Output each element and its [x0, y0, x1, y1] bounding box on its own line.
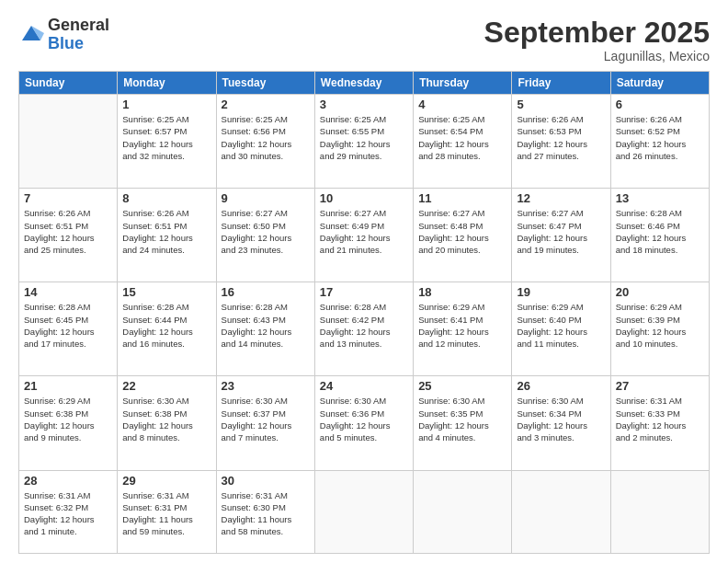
calendar-cell	[512, 470, 610, 554]
calendar-cell: 1Sunrise: 6:25 AM Sunset: 6:57 PM Daylig…	[118, 95, 216, 189]
calendar-cell: 13Sunrise: 6:28 AM Sunset: 6:46 PM Dayli…	[610, 189, 709, 282]
day-number: 23	[222, 379, 310, 393]
day-number: 1	[122, 98, 210, 111]
day-info: Sunrise: 6:25 AM Sunset: 6:54 PM Dayligh…	[418, 113, 506, 162]
calendar-cell: 25Sunrise: 6:30 AM Sunset: 6:35 PM Dayli…	[414, 376, 512, 470]
calendar-cell: 18Sunrise: 6:29 AM Sunset: 6:41 PM Dayli…	[414, 282, 512, 376]
logo-blue-text: Blue	[48, 35, 109, 53]
calendar-cell	[19, 95, 118, 189]
day-number: 17	[320, 285, 408, 299]
title-block: September 2025 Lagunillas, Mexico	[484, 17, 710, 63]
day-number: 24	[320, 379, 408, 393]
logo-icon	[18, 20, 44, 46]
calendar-cell: 3Sunrise: 6:25 AM Sunset: 6:55 PM Daylig…	[314, 95, 413, 189]
calendar-cell: 22Sunrise: 6:30 AM Sunset: 6:38 PM Dayli…	[118, 376, 216, 470]
day-info: Sunrise: 6:30 AM Sunset: 6:38 PM Dayligh…	[122, 395, 210, 443]
calendar-cell: 11Sunrise: 6:27 AM Sunset: 6:48 PM Dayli…	[414, 189, 512, 282]
day-info: Sunrise: 6:31 AM Sunset: 6:30 PM Dayligh…	[222, 489, 310, 538]
calendar-week-row: 28Sunrise: 6:31 AM Sunset: 6:32 PM Dayli…	[19, 470, 710, 554]
day-number: 27	[616, 379, 704, 393]
day-info: Sunrise: 6:30 AM Sunset: 6:34 PM Dayligh…	[517, 395, 605, 443]
day-number: 11	[418, 191, 506, 205]
calendar: SundayMondayTuesdayWednesdayThursdayFrid…	[18, 71, 710, 554]
calendar-cell: 30Sunrise: 6:31 AM Sunset: 6:30 PM Dayli…	[216, 470, 314, 554]
calendar-cell: 8Sunrise: 6:26 AM Sunset: 6:51 PM Daylig…	[118, 189, 216, 282]
weekday-header-row: SundayMondayTuesdayWednesdayThursdayFrid…	[19, 72, 710, 95]
calendar-cell: 12Sunrise: 6:27 AM Sunset: 6:47 PM Dayli…	[512, 189, 610, 282]
calendar-cell: 5Sunrise: 6:26 AM Sunset: 6:53 PM Daylig…	[512, 95, 610, 189]
day-info: Sunrise: 6:28 AM Sunset: 6:45 PM Dayligh…	[24, 301, 112, 350]
calendar-cell: 2Sunrise: 6:25 AM Sunset: 6:56 PM Daylig…	[216, 95, 314, 189]
day-number: 25	[418, 379, 506, 393]
page: General Blue September 2025 Lagunillas, …	[0, 0, 728, 563]
calendar-cell: 27Sunrise: 6:31 AM Sunset: 6:33 PM Dayli…	[610, 376, 709, 470]
calendar-cell: 24Sunrise: 6:30 AM Sunset: 6:36 PM Dayli…	[314, 376, 413, 470]
weekday-header-wednesday: Wednesday	[314, 72, 413, 95]
day-number: 4	[418, 98, 506, 111]
calendar-week-row: 7Sunrise: 6:26 AM Sunset: 6:51 PM Daylig…	[19, 189, 710, 282]
day-info: Sunrise: 6:28 AM Sunset: 6:42 PM Dayligh…	[320, 301, 408, 350]
calendar-cell: 23Sunrise: 6:30 AM Sunset: 6:37 PM Dayli…	[216, 376, 314, 470]
day-number: 5	[517, 98, 605, 111]
day-number: 6	[616, 98, 704, 111]
calendar-cell: 16Sunrise: 6:28 AM Sunset: 6:43 PM Dayli…	[216, 282, 314, 376]
calendar-cell: 6Sunrise: 6:26 AM Sunset: 6:52 PM Daylig…	[610, 95, 709, 189]
day-number: 21	[24, 379, 112, 393]
header: General Blue September 2025 Lagunillas, …	[18, 17, 710, 63]
day-info: Sunrise: 6:25 AM Sunset: 6:57 PM Dayligh…	[122, 113, 210, 162]
calendar-week-row: 1Sunrise: 6:25 AM Sunset: 6:57 PM Daylig…	[19, 95, 710, 189]
day-info: Sunrise: 6:27 AM Sunset: 6:49 PM Dayligh…	[320, 207, 408, 256]
calendar-cell	[610, 470, 709, 554]
day-info: Sunrise: 6:25 AM Sunset: 6:56 PM Dayligh…	[222, 113, 310, 162]
day-number: 19	[517, 285, 605, 299]
day-info: Sunrise: 6:30 AM Sunset: 6:35 PM Dayligh…	[418, 395, 506, 443]
day-number: 13	[616, 191, 704, 205]
day-info: Sunrise: 6:31 AM Sunset: 6:33 PM Dayligh…	[616, 395, 704, 443]
day-info: Sunrise: 6:27 AM Sunset: 6:48 PM Dayligh…	[418, 207, 506, 256]
calendar-cell: 29Sunrise: 6:31 AM Sunset: 6:31 PM Dayli…	[118, 470, 216, 554]
calendar-cell: 19Sunrise: 6:29 AM Sunset: 6:40 PM Dayli…	[512, 282, 610, 376]
calendar-week-row: 14Sunrise: 6:28 AM Sunset: 6:45 PM Dayli…	[19, 282, 710, 376]
day-number: 28	[24, 474, 112, 488]
calendar-cell	[414, 470, 512, 554]
day-number: 9	[222, 191, 310, 205]
location: Lagunillas, Mexico	[484, 49, 710, 63]
day-info: Sunrise: 6:28 AM Sunset: 6:44 PM Dayligh…	[122, 301, 210, 350]
day-info: Sunrise: 6:30 AM Sunset: 6:36 PM Dayligh…	[320, 395, 408, 443]
day-info: Sunrise: 6:26 AM Sunset: 6:51 PM Dayligh…	[122, 207, 210, 256]
day-number: 15	[122, 285, 210, 299]
day-info: Sunrise: 6:31 AM Sunset: 6:32 PM Dayligh…	[24, 489, 112, 538]
day-number: 12	[517, 191, 605, 205]
day-info: Sunrise: 6:29 AM Sunset: 6:41 PM Dayligh…	[418, 301, 506, 350]
weekday-header-saturday: Saturday	[610, 72, 709, 95]
day-number: 16	[222, 285, 310, 299]
day-info: Sunrise: 6:27 AM Sunset: 6:47 PM Dayligh…	[517, 207, 605, 256]
month-title: September 2025	[484, 17, 710, 49]
day-number: 22	[122, 379, 210, 393]
calendar-cell: 9Sunrise: 6:27 AM Sunset: 6:50 PM Daylig…	[216, 189, 314, 282]
day-number: 30	[222, 474, 310, 488]
calendar-cell: 4Sunrise: 6:25 AM Sunset: 6:54 PM Daylig…	[414, 95, 512, 189]
day-info: Sunrise: 6:25 AM Sunset: 6:55 PM Dayligh…	[320, 113, 408, 162]
calendar-cell: 14Sunrise: 6:28 AM Sunset: 6:45 PM Dayli…	[19, 282, 118, 376]
calendar-cell: 26Sunrise: 6:30 AM Sunset: 6:34 PM Dayli…	[512, 376, 610, 470]
day-info: Sunrise: 6:29 AM Sunset: 6:39 PM Dayligh…	[616, 301, 704, 350]
weekday-header-monday: Monday	[118, 72, 216, 95]
day-info: Sunrise: 6:29 AM Sunset: 6:38 PM Dayligh…	[24, 395, 112, 443]
day-number: 2	[222, 98, 310, 111]
weekday-header-tuesday: Tuesday	[216, 72, 314, 95]
day-number: 3	[320, 98, 408, 111]
day-info: Sunrise: 6:28 AM Sunset: 6:43 PM Dayligh…	[222, 301, 310, 350]
calendar-cell: 21Sunrise: 6:29 AM Sunset: 6:38 PM Dayli…	[19, 376, 118, 470]
calendar-week-row: 21Sunrise: 6:29 AM Sunset: 6:38 PM Dayli…	[19, 376, 710, 470]
day-info: Sunrise: 6:26 AM Sunset: 6:53 PM Dayligh…	[517, 113, 605, 162]
day-number: 18	[418, 285, 506, 299]
day-info: Sunrise: 6:30 AM Sunset: 6:37 PM Dayligh…	[222, 395, 310, 443]
day-number: 26	[517, 379, 605, 393]
calendar-cell: 15Sunrise: 6:28 AM Sunset: 6:44 PM Dayli…	[118, 282, 216, 376]
day-info: Sunrise: 6:26 AM Sunset: 6:51 PM Dayligh…	[24, 207, 112, 256]
day-info: Sunrise: 6:26 AM Sunset: 6:52 PM Dayligh…	[616, 113, 704, 162]
logo: General Blue	[18, 17, 109, 53]
day-number: 14	[24, 285, 112, 299]
day-number: 8	[122, 191, 210, 205]
